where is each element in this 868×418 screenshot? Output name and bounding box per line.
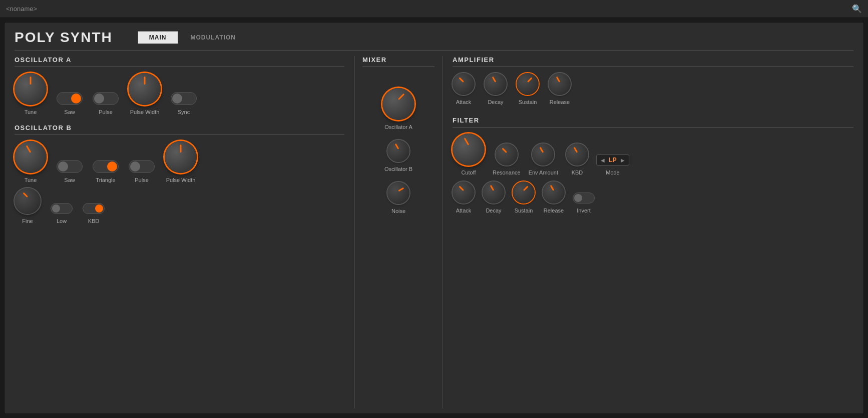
osc-b-triangle-label: Triangle xyxy=(96,177,115,183)
osc-b-pulsewidth-group: Pulse Width xyxy=(165,141,197,183)
mode-right-arrow[interactable]: ▶ xyxy=(621,158,625,163)
osc-a-pulsewidth-label: Pulse Width xyxy=(130,109,160,115)
filter-invert-knob xyxy=(574,194,582,202)
osc-b-pulse-toggle[interactable] xyxy=(129,160,155,173)
filter-kbd-label: KBD xyxy=(572,170,583,176)
osc-b-saw-group: Saw xyxy=(57,160,83,183)
filter-release-group: Release xyxy=(543,182,565,214)
knob-indicator xyxy=(144,76,146,84)
knob-indicator xyxy=(26,145,32,152)
mixer-noise-knob[interactable] xyxy=(387,182,409,204)
osc-b-saw-label: Saw xyxy=(64,177,75,183)
knob-indicator xyxy=(523,186,529,191)
filter-attack-group: Attack xyxy=(453,182,475,214)
osc-a-pulse-toggle[interactable] xyxy=(93,92,119,105)
filter-divider xyxy=(453,127,853,128)
osc-b-low-toggle[interactable] xyxy=(51,203,73,214)
osc-a-sync-toggle[interactable] xyxy=(171,92,197,105)
filter-attack-knob[interactable] xyxy=(453,182,475,204)
filter-mode-selector[interactable]: ◀ LP ▶ xyxy=(596,154,629,166)
filter-cutoff-group: Cutoff xyxy=(453,134,485,176)
mixer-osc-b-knob[interactable] xyxy=(387,140,409,162)
osc-a-pulse-knob xyxy=(94,94,104,104)
amplifier-section: AMPLIFIER Attack Deca xyxy=(453,56,853,109)
amp-sustain-knob[interactable] xyxy=(517,73,539,95)
osc-a-sync-group: Sync xyxy=(171,92,197,115)
mode-left-arrow[interactable]: ◀ xyxy=(601,158,605,163)
knob-indicator xyxy=(464,138,470,145)
filter-resonance-knob[interactable] xyxy=(496,144,518,166)
filter-envamount-group: Env Amount xyxy=(529,144,558,176)
amp-attack-group: Attack xyxy=(453,73,475,105)
osc-b-fine-group: Fine xyxy=(15,188,41,224)
knob-indicator xyxy=(492,76,497,82)
middle-panel: MIXER Oscillator A Oscillator B xyxy=(355,56,443,408)
oscillator-a-label: OSCILLATOR A xyxy=(15,56,344,64)
filter-envamount-knob[interactable] xyxy=(532,144,554,166)
osc-a-pulse-group: Pulse xyxy=(93,92,119,115)
mixer-noise-label: Noise xyxy=(391,208,405,214)
amplifier-label: AMPLIFIER xyxy=(453,56,853,64)
filter-sustain-group: Sustain xyxy=(513,182,535,214)
amp-release-group: Release xyxy=(549,73,571,105)
mixer-noise-group: Noise xyxy=(387,182,409,214)
osc-b-row2: Fine Low KBD xyxy=(15,188,344,224)
right-panel: AMPLIFIER Attack Deca xyxy=(443,56,853,408)
amp-attack-knob[interactable] xyxy=(453,73,475,95)
knob-indicator xyxy=(395,144,399,150)
osc-b-tune-knob[interactable] xyxy=(15,141,47,173)
filter-sustain-knob[interactable] xyxy=(513,182,535,204)
tab-main[interactable]: MAIN xyxy=(138,31,178,44)
mixer-osc-a-label: Oscillator A xyxy=(384,124,412,130)
filter-resonance-group: Resonance xyxy=(493,144,521,176)
knob-indicator xyxy=(398,94,404,100)
osc-b-kbd-group: KBD xyxy=(83,203,105,224)
osc-b-triangle-group: Triangle xyxy=(93,160,119,183)
filter-mode-label: Mode xyxy=(606,170,620,176)
mixer-osc-a-knob[interactable] xyxy=(382,88,414,120)
filter-kbd-knob[interactable] xyxy=(566,144,588,166)
knob-indicator xyxy=(459,77,464,82)
osc-b-low-knob xyxy=(52,204,60,212)
osc-a-pulse-label: Pulse xyxy=(99,109,113,115)
osc-b-triangle-toggle[interactable] xyxy=(93,160,119,173)
amp-release-knob[interactable] xyxy=(549,73,571,95)
synth-container: POLY SYNTH MAIN MODULATION OSCILLATOR A xyxy=(4,22,864,414)
mixer-osc-b-label: Oscillator B xyxy=(384,166,412,172)
osc-b-low-label: Low xyxy=(57,218,67,224)
osc-a-saw-toggle[interactable] xyxy=(57,92,83,105)
amp-sustain-label: Sustain xyxy=(519,99,537,105)
osc-b-fine-label: Fine xyxy=(22,218,33,224)
filter-cutoff-knob[interactable] xyxy=(453,134,485,166)
filter-mode-value: LP xyxy=(607,156,619,164)
osc-b-kbd-toggle[interactable] xyxy=(83,203,105,214)
filter-mode-group: ◀ LP ▶ Mode xyxy=(596,154,629,176)
amp-release-label: Release xyxy=(550,99,570,105)
filter-invert-toggle[interactable] xyxy=(573,192,595,204)
filter-invert-group: Invert xyxy=(573,192,595,214)
filter-decay-knob[interactable] xyxy=(483,182,505,204)
osc-b-fine-knob[interactable] xyxy=(15,188,41,214)
osc-b-tune-group: Tune xyxy=(15,141,47,183)
osc-b-pulsewidth-knob[interactable] xyxy=(165,141,197,173)
amp-decay-knob[interactable] xyxy=(485,73,507,95)
osc-a-tune-knob[interactable] xyxy=(15,73,47,105)
amp-decay-label: Decay xyxy=(488,99,503,105)
osc-b-pulse-group: Pulse xyxy=(129,160,155,183)
osc-a-knob-row: Tune Saw Pulse xyxy=(15,73,344,115)
knob-indicator xyxy=(502,148,507,153)
osc-b-saw-toggle[interactable] xyxy=(57,160,83,173)
osc-a-sync-knob xyxy=(172,94,182,104)
amp-sustain-group: Sustain xyxy=(517,73,539,105)
tab-modulation[interactable]: MODULATION xyxy=(179,31,247,44)
osc-a-sync-label: Sync xyxy=(178,109,190,115)
osc-b-divider xyxy=(15,134,344,135)
osc-a-pulsewidth-knob[interactable] xyxy=(129,73,161,105)
search-icon[interactable]: 🔍 xyxy=(852,4,862,14)
oscillator-b-section: OSCILLATOR B Tune Saw xyxy=(15,124,344,228)
osc-a-saw-group: Saw xyxy=(57,92,83,115)
filter-kbd-group: KBD xyxy=(566,144,588,176)
left-panel: OSCILLATOR A Tune Saw xyxy=(15,56,355,408)
filter-release-knob[interactable] xyxy=(543,182,565,204)
knob-indicator xyxy=(527,77,533,82)
